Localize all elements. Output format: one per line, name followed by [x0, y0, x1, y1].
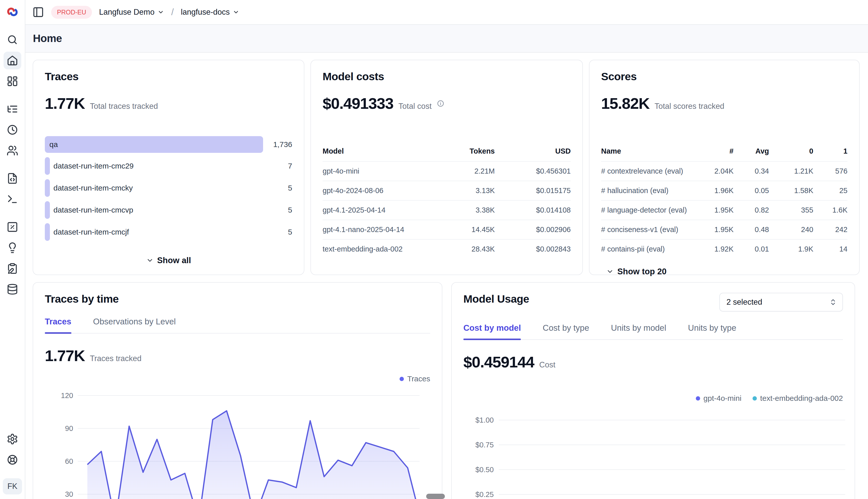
sidebar-item-dashboards[interactable] — [3, 72, 21, 90]
cell: text-embedding-ada-002 — [323, 245, 426, 253]
tab-traces[interactable]: Traces — [45, 317, 71, 333]
tab-cost-by-type[interactable]: Cost by type — [543, 323, 589, 339]
sidebar-item-tracing[interactable] — [3, 100, 21, 118]
show-top-20-button[interactable]: Show top 20 — [601, 267, 847, 276]
sidebar-item-sessions[interactable] — [3, 121, 21, 139]
tab-units-by-type[interactable]: Units by type — [688, 323, 736, 339]
cell: 1.92K — [689, 245, 734, 253]
sidebar-item-annotation[interactable] — [3, 239, 21, 257]
bar-value: 7 — [288, 162, 292, 170]
model-usage-line-chart: $1.00$0.75$0.50$0.25 — [463, 406, 846, 499]
list-tree-icon — [7, 103, 18, 115]
sidebar-item-home[interactable] — [3, 52, 21, 69]
sidebar-nav — [3, 31, 21, 301]
cell: 3.13K — [426, 186, 495, 195]
sidebar-item-playground[interactable] — [3, 190, 21, 208]
model-select-value: 2 selected — [726, 297, 762, 307]
table-row: text-embedding-ada-00228.43K$0.002843 — [323, 240, 571, 259]
bar-label: qa — [49, 140, 58, 149]
model-costs-card: Model costs $0.491333 Total cost ModelTo… — [310, 60, 583, 275]
bar-value: 1,736 — [273, 140, 292, 149]
cell: gpt-4o-mini — [323, 167, 426, 175]
tab-cost-by-model[interactable]: Cost by model — [463, 323, 521, 339]
cell: 1.95K — [689, 226, 734, 234]
cell: # conciseness-v1 (eval) — [601, 226, 689, 234]
cell: 1.96K — [689, 186, 734, 195]
cell: gpt-4.1-2025-04-14 — [323, 206, 426, 214]
cell: 28.43K — [426, 245, 495, 253]
column-header: Avg — [734, 147, 769, 155]
tab-observations-by-level[interactable]: Observations by Level — [93, 317, 176, 333]
show-all-label: Show all — [157, 256, 191, 265]
env-badge: PROD-EU — [51, 6, 92, 19]
cell: 0.01 — [734, 245, 769, 253]
traces-total-metric: 1.77K — [45, 94, 85, 112]
cell: 0.48 — [734, 226, 769, 234]
tab-units-by-model[interactable]: Units by model — [611, 323, 666, 339]
column-header: # — [689, 147, 734, 155]
model-select[interactable]: 2 selected — [720, 293, 843, 312]
model-costs-table: ModelTokensUSDgpt-4o-mini2.21M$0.456301g… — [323, 142, 571, 259]
cell: $0.002843 — [495, 245, 571, 253]
bar-label: dataset-run-item-cmcky — [53, 184, 133, 192]
card-title: Model Usage — [463, 293, 529, 305]
cell: 2.21M — [426, 167, 495, 175]
sidebar-item-users[interactable] — [3, 142, 21, 159]
cell: 1.6K — [813, 206, 847, 214]
bar-label: dataset-run-item-cmc29 — [53, 162, 134, 170]
cell: 0.05 — [734, 186, 769, 195]
home-icon — [7, 54, 18, 66]
sidebar-footer: FK — [3, 430, 22, 495]
sidebar-item-exports[interactable] — [3, 280, 21, 298]
bar-value: 5 — [288, 206, 292, 214]
horizontal-scrollbar-thumb[interactable] — [426, 494, 445, 499]
traces-by-time-tabs: TracesObservations by Level — [45, 317, 430, 333]
breadcrumb-org[interactable]: Langfuse Demo — [99, 8, 164, 17]
sidebar-item-datasets[interactable] — [3, 260, 21, 277]
legend-item-gpt-4o-mini: gpt-4o-mini — [696, 394, 741, 403]
table-row: # conciseness-v1 (eval)1.95K0.48240242 — [601, 220, 847, 240]
avatar[interactable]: FK — [3, 478, 22, 495]
org-name: Langfuse Demo — [99, 8, 154, 17]
sidebar-item-evaluation[interactable] — [3, 218, 21, 236]
traces-by-time-card: Traces by time TracesObservations by Lev… — [33, 282, 442, 499]
legend-dot — [752, 396, 757, 401]
table-header-row: Name#Avg01 — [601, 142, 847, 162]
show-all-button[interactable]: Show all — [45, 256, 292, 265]
life-buoy-icon — [7, 454, 18, 466]
traces-line-chart: 120906030 — [45, 385, 431, 499]
database-icon — [7, 283, 18, 295]
column-header: Model — [323, 147, 426, 155]
svg-text:30: 30 — [65, 490, 73, 498]
langfuse-logo-icon[interactable] — [5, 5, 19, 20]
cell: 1.58K — [769, 186, 813, 195]
scores-card: Scores 15.82K Total scores tracked Name#… — [589, 60, 860, 275]
gear-icon — [7, 433, 18, 445]
cell: gpt-4o-2024-08-06 — [323, 186, 426, 195]
breadcrumb-project[interactable]: langfuse-docs — [181, 8, 239, 17]
trace-bar-row: qa1,736 — [45, 136, 292, 153]
page-title: Home — [33, 33, 62, 45]
legend-item-text-embedding-ada-002: text-embedding-ada-002 — [752, 394, 843, 403]
legend-item-traces: Traces — [400, 375, 430, 383]
sidebar-item-support[interactable] — [3, 451, 21, 468]
sidebar-toggle-button[interactable] — [33, 6, 44, 18]
breadcrumb-separator: / — [171, 7, 174, 17]
bar-label: dataset-run-item-cmcjf — [53, 228, 129, 236]
svg-text:$0.75: $0.75 — [475, 441, 494, 449]
sidebar-item-search[interactable] — [3, 31, 21, 49]
usage-cost-metric: $0.459144 — [463, 353, 534, 371]
cell: $0.015175 — [495, 186, 571, 195]
lightbulb-icon — [7, 242, 18, 254]
bar-label: dataset-run-item-cmcvp — [53, 206, 133, 214]
traces-tracked-metric: 1.77K — [45, 347, 85, 365]
traces-card: Traces 1.77K Total traces tracked qa1,73… — [33, 60, 304, 275]
clock-icon — [7, 124, 18, 136]
chevron-down-icon — [157, 9, 164, 15]
info-icon[interactable] — [437, 100, 444, 107]
sidebar-item-prompts[interactable] — [3, 170, 21, 187]
sidebar-item-settings[interactable] — [3, 430, 21, 448]
traces-bar-list: qa1,736dataset-run-item-cmc297dataset-ru… — [45, 136, 292, 241]
cell: 2.04K — [689, 167, 734, 175]
card-title: Traces — [45, 70, 292, 83]
